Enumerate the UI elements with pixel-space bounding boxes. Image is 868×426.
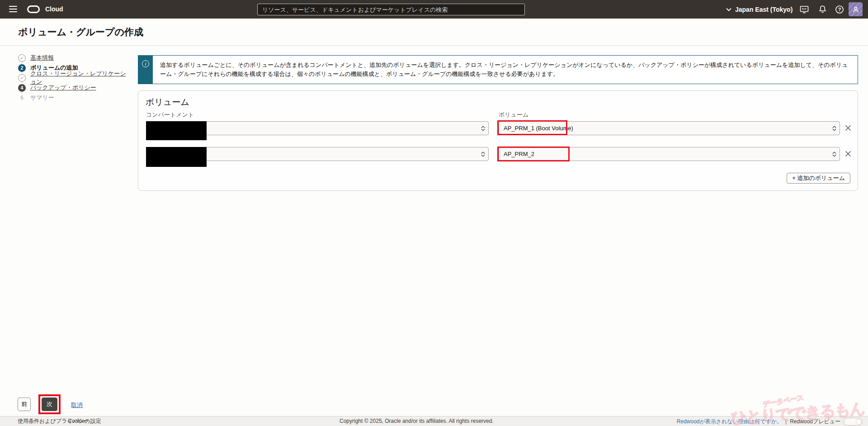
cancel-link[interactable]: 取消: [71, 401, 83, 409]
info-banner: i 追加するボリュームごとに、そのボリュームが含まれるコンパートメントと、追加先…: [138, 55, 858, 84]
redwood-preview-label: Redwoodプレビュー: [790, 417, 840, 426]
step-label[interactable]: 基本情報: [30, 54, 54, 62]
hamburger-menu-icon[interactable]: [9, 6, 17, 12]
footer-separator: |: [785, 417, 787, 426]
step-label[interactable]: バックアップ・ポリシー: [30, 84, 96, 92]
notifications-bell-icon[interactable]: [818, 0, 827, 19]
volume-column-label: ボリューム: [499, 111, 528, 119]
volume-select-row1[interactable]: AP_PRM_1 (Boot Volume): [499, 121, 840, 135]
step-label: サマリー: [30, 94, 54, 102]
step-cross-region-replication[interactable]: ✓ クロス・リージョン・レプリケーション: [18, 73, 131, 83]
redwood-preview-toggle[interactable]: [844, 418, 863, 426]
help-icon[interactable]: ?: [835, 0, 844, 19]
volume-select-row2[interactable]: AP_PRM_2: [499, 147, 840, 161]
region-label: Japan East (Tokyo): [735, 6, 793, 13]
step-check-icon: ✓: [18, 54, 26, 62]
search-input[interactable]: [258, 4, 524, 15]
top-navigation-bar: Cloud Japan East (Tokyo) ?: [0, 0, 868, 19]
user-avatar[interactable]: [849, 2, 863, 16]
oracle-logo-icon[interactable]: [27, 5, 40, 13]
volumes-panel: ボリューム コンパートメント ボリューム AP_PRM_1 (Boot Volu…: [138, 90, 858, 191]
annotation-box-next: 次: [38, 394, 61, 414]
redwood-question-link[interactable]: Redwoodが表示されない理由は何ですか。: [677, 417, 782, 426]
step-basic-info[interactable]: ✓ 基本情報: [18, 53, 131, 63]
remove-row1-icon[interactable]: [844, 123, 853, 133]
cookie-settings-link[interactable]: Cookieの設定: [68, 417, 101, 426]
redacted-compartment-row2: [146, 147, 207, 167]
info-icon: i: [142, 60, 149, 67]
watermark-line1: データベース: [716, 385, 851, 417]
wizard-steps: ✓ 基本情報 2 ボリュームの追加 ✓ クロス・リージョン・レプリケーション 4…: [18, 53, 131, 103]
volume-select-row1-value: AP_PRM_1 (Boot Volume): [504, 125, 573, 132]
select-stepper-icon: [832, 126, 836, 131]
volume-select-row2-value: AP_PRM_2: [504, 151, 534, 157]
page-header: ボリューム・グループの作成: [0, 19, 868, 46]
previous-button[interactable]: 前: [18, 398, 31, 411]
remove-row2-icon[interactable]: [844, 149, 853, 158]
global-search[interactable]: [257, 4, 525, 15]
redacted-compartment-row1: [146, 121, 207, 140]
info-banner-text: 追加するボリュームごとに、そのボリュームが含まれるコンパートメントと、追加先のボ…: [153, 56, 858, 84]
copyright-text: Copyright © 2025, Oracle and/or its affi…: [340, 417, 494, 426]
svg-text:?: ?: [838, 7, 841, 12]
chevron-down-icon: [726, 8, 731, 11]
compartment-column-label: コンパートメント: [146, 111, 194, 119]
footer: 使用条件およびプライバシー Cookieの設定 Copyright © 2025…: [0, 416, 868, 426]
cloud-shell-icon[interactable]: [799, 0, 809, 19]
step-backup-policy[interactable]: 4 バックアップ・ポリシー: [18, 83, 131, 93]
toggle-knob: [856, 419, 862, 425]
brand-label: Cloud: [45, 5, 63, 13]
select-stepper-icon: [481, 151, 485, 156]
next-button[interactable]: 次: [42, 398, 57, 411]
step-summary: 5 サマリー: [18, 93, 131, 103]
select-stepper-icon: [832, 151, 836, 156]
volumes-panel-title: ボリューム: [146, 96, 189, 108]
page-title: ボリューム・グループの作成: [18, 26, 143, 38]
region-selector[interactable]: Japan East (Tokyo): [726, 0, 793, 19]
select-stepper-icon: [481, 126, 485, 131]
step-number-icon: 5: [18, 94, 26, 102]
add-volume-button[interactable]: + 追加のボリューム: [787, 173, 850, 184]
step-number-icon: 2: [18, 64, 26, 72]
info-banner-stripe: i: [138, 56, 153, 84]
step-number-icon: 4: [18, 84, 26, 92]
step-check-icon: ✓: [18, 74, 26, 82]
